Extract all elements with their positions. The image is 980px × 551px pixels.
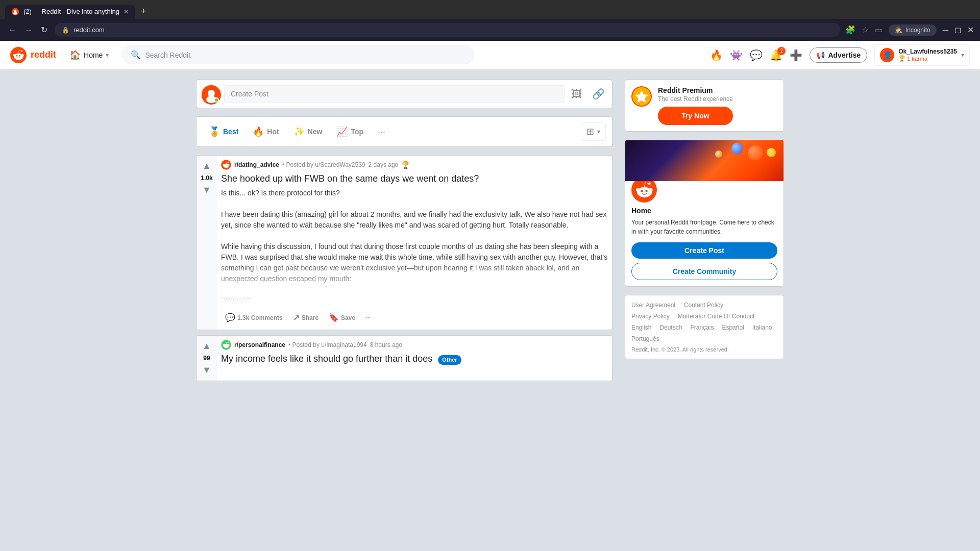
split-screen-icon[interactable]: ▭	[875, 25, 883, 35]
copyright-text: Reddit, Inc. © 2023. All rights reserved…	[631, 346, 777, 353]
link-icon[interactable]: 🔗	[589, 85, 608, 103]
extensions-icon[interactable]: 🧩	[845, 25, 855, 35]
home-dropdown-button[interactable]: 🏠 Home ▾	[64, 46, 114, 64]
language-english-link[interactable]: English	[631, 324, 651, 331]
sort-bar: 🏅 Best 🔥 Hot ✨ New 📈 Top ··· ⊞ ▾	[196, 116, 612, 147]
image-upload-icon[interactable]: 🖼	[569, 85, 585, 103]
footer-links: User Agreement Content Policy Privacy Po…	[625, 295, 783, 359]
premium-card-content: Reddit Premium The best Reddit experienc…	[625, 80, 783, 131]
footer-row-3: English Deutsch Français Español Italian…	[631, 324, 777, 342]
view-toggle-button[interactable]: ⊞ ▾	[581, 122, 606, 141]
reload-button[interactable]: ↻	[39, 23, 50, 37]
reddit-logo-text: reddit	[31, 49, 56, 60]
post-emoji: 🏆	[401, 161, 410, 169]
home-icon: 🏠	[69, 49, 81, 61]
upvote-button[interactable]: ▲	[201, 340, 212, 353]
incognito-label: Incognito	[905, 27, 930, 34]
post-meta: r/personalfinance • Posted by u/Imaginat…	[221, 340, 608, 350]
language-espanol-link[interactable]: Español	[722, 324, 744, 331]
view-chevron-icon: ▾	[597, 128, 600, 135]
privacy-policy-link[interactable]: Privacy Policy	[631, 313, 670, 320]
minimize-button[interactable]: ─	[943, 26, 948, 35]
home-widget-content: Home Your personal Reddit frontpage. Com…	[625, 181, 783, 286]
chat-icon[interactable]: 💬	[750, 49, 763, 61]
notification-count: 2	[777, 47, 786, 55]
active-tab[interactable]: (2) Reddit - Dive into anything ✕	[5, 5, 135, 19]
browser-controls: ← → ↻ 🔒 reddit.com 🧩 ☆ ▭ 🕵 Incognito ─ ◻…	[0, 19, 980, 41]
planet-3	[731, 143, 743, 154]
advertise-button[interactable]: 📢 Advertise	[810, 47, 867, 63]
sort-hot-button[interactable]: 🔥 Hot	[247, 122, 285, 141]
url-text: reddit.com	[74, 26, 105, 34]
share-button[interactable]: ↗ Share	[289, 310, 323, 325]
user-agreement-link[interactable]: User Agreement	[631, 302, 676, 309]
more-options-button[interactable]: ···	[361, 311, 375, 324]
notifications-icon[interactable]: 🔔 2	[770, 49, 782, 61]
downvote-button[interactable]: ▼	[201, 364, 212, 377]
browser-tab-bar: (2) Reddit - Dive into anything ✕ +	[5, 4, 975, 19]
alien-icon[interactable]: 👾	[730, 49, 743, 61]
sort-top-button[interactable]: 📈 Top	[330, 122, 370, 141]
save-button[interactable]: 🔖 Save	[325, 310, 359, 325]
try-now-button[interactable]: Try Now	[658, 107, 733, 125]
home-widget-title: Home	[631, 207, 777, 215]
downvote-button[interactable]: ▼	[201, 184, 212, 196]
user-name: Ok_Lawfulness5235	[898, 48, 957, 55]
language-deutsch-link[interactable]: Deutsch	[659, 324, 682, 331]
share-label: Share	[302, 314, 318, 321]
create-community-button[interactable]: Create Community	[631, 263, 777, 280]
sort-best-label: Best	[223, 128, 238, 136]
sort-best-button[interactable]: 🏅 Best	[203, 122, 244, 141]
home-chevron-icon: ▾	[106, 52, 109, 59]
language-portugues-link[interactable]: Português	[631, 335, 659, 342]
search-icon: 🔍	[131, 50, 141, 60]
upvote-button[interactable]: ▲	[201, 160, 212, 172]
back-button[interactable]: ←	[6, 23, 18, 37]
ssl-lock-icon: 🔒	[62, 27, 69, 34]
post-card[interactable]: ▲ 1.0k ▼ r/dating_advice • Posted by u/S…	[196, 155, 612, 330]
close-window-button[interactable]: ✕	[967, 25, 974, 35]
search-bar[interactable]: 🔍 Search Reddit	[122, 45, 474, 64]
premium-text: Reddit Premium The best Reddit experienc…	[658, 86, 733, 125]
tab-close-button[interactable]: ✕	[124, 8, 129, 15]
sidebar-column: Reddit Premium The best Reddit experienc…	[625, 80, 784, 386]
post-time: 8 hours ago	[370, 341, 402, 348]
create-post-input[interactable]: Create Post	[224, 85, 565, 103]
create-post-avatar	[201, 84, 220, 104]
post-flair: Other	[438, 355, 461, 364]
add-post-icon[interactable]: ➕	[790, 49, 802, 61]
post-card[interactable]: ▲ 99 ▼ r/personalfinance • Posted by u/I…	[196, 335, 612, 381]
user-menu-chevron: ▾	[961, 52, 964, 59]
reddit-header: reddit 🏠 Home ▾ 🔍 Search Reddit 🔥 👾 💬 🔔 …	[0, 41, 980, 69]
subreddit-name[interactable]: r/personalfinance	[234, 341, 285, 348]
post-title[interactable]: My income feels like it should go furthe…	[221, 353, 608, 365]
post-title[interactable]: She hooked up with FWB on the same days …	[221, 173, 608, 185]
post-author: • Posted by u/Imaginata1994	[288, 341, 367, 348]
svg-point-4	[16, 55, 18, 56]
bookmark-star-icon[interactable]: ☆	[862, 25, 869, 35]
subreddit-name[interactable]: r/dating_advice	[234, 161, 279, 168]
advertise-icon: 📢	[816, 51, 825, 59]
comments-button[interactable]: 💬 1.3k Comments	[221, 310, 287, 325]
user-info: Ok_Lawfulness5235 🏆 1 karma	[898, 48, 957, 62]
address-bar[interactable]: 🔒 reddit.com	[55, 23, 840, 37]
new-tab-button[interactable]: +	[137, 4, 151, 19]
sort-more-button[interactable]: ···	[372, 122, 391, 141]
sort-top-label: Top	[351, 128, 363, 136]
forward-button[interactable]: →	[22, 23, 35, 37]
content-policy-link[interactable]: Content Policy	[684, 302, 723, 309]
premium-title: Reddit Premium	[658, 86, 733, 94]
language-francais-link[interactable]: Français	[690, 324, 714, 331]
vote-count: 1.0k	[201, 174, 212, 182]
reddit-logo[interactable]: reddit	[10, 47, 56, 63]
restore-button[interactable]: ◻	[954, 25, 961, 35]
post-time: 2 days ago	[369, 161, 399, 168]
sort-new-button[interactable]: ✨ New	[287, 122, 329, 141]
popular-icon[interactable]: 🔥	[710, 49, 723, 61]
sidebar-create-post-button[interactable]: Create Post	[631, 242, 777, 259]
language-italiano-link[interactable]: Italiano	[752, 324, 772, 331]
footer-row-1: User Agreement Content Policy	[631, 302, 777, 309]
user-menu[interactable]: 👤 Ok_Lawfulness5235 🏆 1 karma ▾	[874, 44, 970, 66]
header-actions: 🔥 👾 💬 🔔 2 ➕ 📢 Advertise 👤 Ok_Lawfulness5…	[710, 44, 970, 66]
moderator-code-link[interactable]: Moderator Code Of Conduct	[678, 313, 755, 320]
